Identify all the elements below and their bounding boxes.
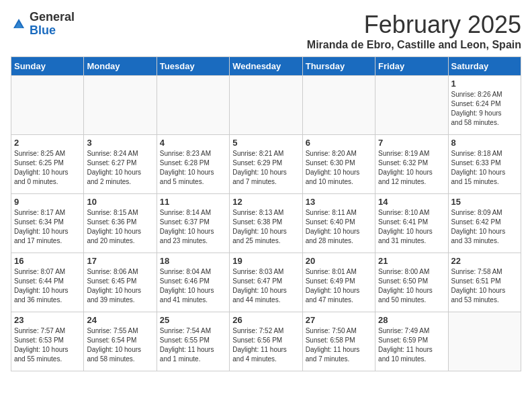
day-number: 11 [160,197,226,207]
day-number: 6 [306,138,372,148]
day-number: 8 [451,138,518,148]
day-info: Sunrise: 8:14 AM Sunset: 6:37 PM Dayligh… [160,208,226,246]
calendar-cell: 26Sunrise: 7:52 AM Sunset: 6:56 PM Dayli… [230,312,302,371]
calendar-cell: 10Sunrise: 8:15 AM Sunset: 6:36 PM Dayli… [84,194,157,253]
logo-text: General Blue [30,11,75,38]
location-title: Miranda de Ebro, Castille and Leon, Spai… [307,39,521,51]
calendar-cell: 12Sunrise: 8:13 AM Sunset: 6:38 PM Dayli… [230,194,302,253]
calendar-cell: 3Sunrise: 8:24 AM Sunset: 6:27 PM Daylig… [84,135,157,194]
day-number: 24 [87,315,153,325]
calendar-cell [84,76,157,135]
calendar-cell [302,76,375,135]
day-number: 7 [378,138,445,148]
calendar-cell: 5Sunrise: 8:21 AM Sunset: 6:29 PM Daylig… [230,135,302,194]
calendar-cell: 21Sunrise: 8:00 AM Sunset: 6:50 PM Dayli… [375,253,448,312]
logo-blue: Blue [30,24,75,38]
calendar-cell: 6Sunrise: 8:20 AM Sunset: 6:30 PM Daylig… [302,135,375,194]
day-number: 27 [306,315,372,325]
day-info: Sunrise: 8:07 AM Sunset: 6:44 PM Dayligh… [14,267,81,305]
day-number: 4 [160,138,226,148]
calendar-cell: 16Sunrise: 8:07 AM Sunset: 6:44 PM Dayli… [11,253,84,312]
calendar-cell [375,76,448,135]
logo: General Blue [11,11,75,38]
day-info: Sunrise: 7:57 AM Sunset: 6:53 PM Dayligh… [14,326,81,364]
day-info: Sunrise: 8:04 AM Sunset: 6:46 PM Dayligh… [160,267,226,305]
day-number: 14 [378,197,445,207]
day-info: Sunrise: 7:49 AM Sunset: 6:59 PM Dayligh… [378,326,445,364]
day-number: 23 [14,315,81,325]
day-info: Sunrise: 7:55 AM Sunset: 6:54 PM Dayligh… [87,326,153,364]
day-number: 12 [232,197,299,207]
header-row: SundayMondayTuesdayWednesdayThursdayFrid… [11,57,521,76]
day-number: 3 [87,138,153,148]
calendar-cell: 20Sunrise: 8:01 AM Sunset: 6:49 PM Dayli… [302,253,375,312]
day-info: Sunrise: 8:10 AM Sunset: 6:41 PM Dayligh… [378,208,445,246]
day-number: 21 [378,256,445,266]
day-number: 10 [87,197,153,207]
calendar-cell: 8Sunrise: 8:18 AM Sunset: 6:33 PM Daylig… [448,135,521,194]
calendar-cell: 23Sunrise: 7:57 AM Sunset: 6:53 PM Dayli… [11,312,84,371]
day-info: Sunrise: 8:15 AM Sunset: 6:36 PM Dayligh… [87,208,153,246]
month-title: February 2025 [307,11,521,39]
day-info: Sunrise: 8:24 AM Sunset: 6:27 PM Dayligh… [87,149,153,187]
calendar-cell: 25Sunrise: 7:54 AM Sunset: 6:55 PM Dayli… [157,312,229,371]
header: General Blue February 2025 Miranda de Eb… [11,11,521,51]
day-info: Sunrise: 8:01 AM Sunset: 6:49 PM Dayligh… [306,267,372,305]
day-number: 1 [451,79,518,89]
day-number: 2 [14,138,81,148]
calendar-cell: 17Sunrise: 8:06 AM Sunset: 6:45 PM Dayli… [84,253,157,312]
day-number: 20 [306,256,372,266]
day-info: Sunrise: 8:18 AM Sunset: 6:33 PM Dayligh… [451,149,518,187]
day-info: Sunrise: 8:20 AM Sunset: 6:30 PM Dayligh… [306,149,372,187]
calendar-cell: 13Sunrise: 8:11 AM Sunset: 6:40 PM Dayli… [302,194,375,253]
day-number: 22 [451,256,518,266]
day-info: Sunrise: 8:23 AM Sunset: 6:28 PM Dayligh… [160,149,226,187]
day-number: 17 [87,256,153,266]
calendar-cell: 22Sunrise: 7:58 AM Sunset: 6:51 PM Dayli… [448,253,521,312]
day-info: Sunrise: 8:26 AM Sunset: 6:24 PM Dayligh… [451,90,518,128]
calendar-cell [11,76,84,135]
day-number: 26 [232,315,299,325]
header-day-sunday: Sunday [11,57,84,76]
day-info: Sunrise: 8:25 AM Sunset: 6:25 PM Dayligh… [14,149,81,187]
day-info: Sunrise: 8:09 AM Sunset: 6:42 PM Dayligh… [451,208,518,246]
day-info: Sunrise: 7:50 AM Sunset: 6:58 PM Dayligh… [306,326,372,364]
calendar-cell: 1Sunrise: 8:26 AM Sunset: 6:24 PM Daylig… [448,76,521,135]
day-number: 18 [160,256,226,266]
calendar-cell: 24Sunrise: 7:55 AM Sunset: 6:54 PM Dayli… [84,312,157,371]
day-info: Sunrise: 8:17 AM Sunset: 6:34 PM Dayligh… [14,208,81,246]
calendar-cell: 11Sunrise: 8:14 AM Sunset: 6:37 PM Dayli… [157,194,229,253]
day-info: Sunrise: 8:00 AM Sunset: 6:50 PM Dayligh… [378,267,445,305]
day-info: Sunrise: 8:13 AM Sunset: 6:38 PM Dayligh… [232,208,299,246]
calendar-cell [157,76,229,135]
day-info: Sunrise: 7:54 AM Sunset: 6:55 PM Dayligh… [160,326,226,364]
calendar-cell: 9Sunrise: 8:17 AM Sunset: 6:34 PM Daylig… [11,194,84,253]
day-info: Sunrise: 8:06 AM Sunset: 6:45 PM Dayligh… [87,267,153,305]
day-number: 19 [232,256,299,266]
day-info: Sunrise: 8:03 AM Sunset: 6:47 PM Dayligh… [232,267,299,305]
calendar-cell: 19Sunrise: 8:03 AM Sunset: 6:47 PM Dayli… [230,253,302,312]
day-number: 5 [232,138,299,148]
calendar-cell: 14Sunrise: 8:10 AM Sunset: 6:41 PM Dayli… [375,194,448,253]
header-day-wednesday: Wednesday [230,57,302,76]
calendar-cell: 18Sunrise: 8:04 AM Sunset: 6:46 PM Dayli… [157,253,229,312]
calendar-header: SundayMondayTuesdayWednesdayThursdayFrid… [11,57,521,76]
header-day-thursday: Thursday [302,57,375,76]
day-info: Sunrise: 7:58 AM Sunset: 6:51 PM Dayligh… [451,267,518,305]
header-day-saturday: Saturday [448,57,521,76]
calendar-cell [448,312,521,371]
day-info: Sunrise: 7:52 AM Sunset: 6:56 PM Dayligh… [232,326,299,364]
week-row-1: 2Sunrise: 8:25 AM Sunset: 6:25 PM Daylig… [11,135,521,194]
logo-icon [11,16,27,32]
day-number: 25 [160,315,226,325]
calendar-cell: 4Sunrise: 8:23 AM Sunset: 6:28 PM Daylig… [157,135,229,194]
calendar-cell: 28Sunrise: 7:49 AM Sunset: 6:59 PM Dayli… [375,312,448,371]
week-row-4: 23Sunrise: 7:57 AM Sunset: 6:53 PM Dayli… [11,312,521,371]
day-info: Sunrise: 8:19 AM Sunset: 6:32 PM Dayligh… [378,149,445,187]
week-row-3: 16Sunrise: 8:07 AM Sunset: 6:44 PM Dayli… [11,253,521,312]
calendar-cell: 2Sunrise: 8:25 AM Sunset: 6:25 PM Daylig… [11,135,84,194]
week-row-0: 1Sunrise: 8:26 AM Sunset: 6:24 PM Daylig… [11,76,521,135]
logo-general: General [30,11,75,24]
day-number: 28 [378,315,445,325]
day-number: 16 [14,256,81,266]
